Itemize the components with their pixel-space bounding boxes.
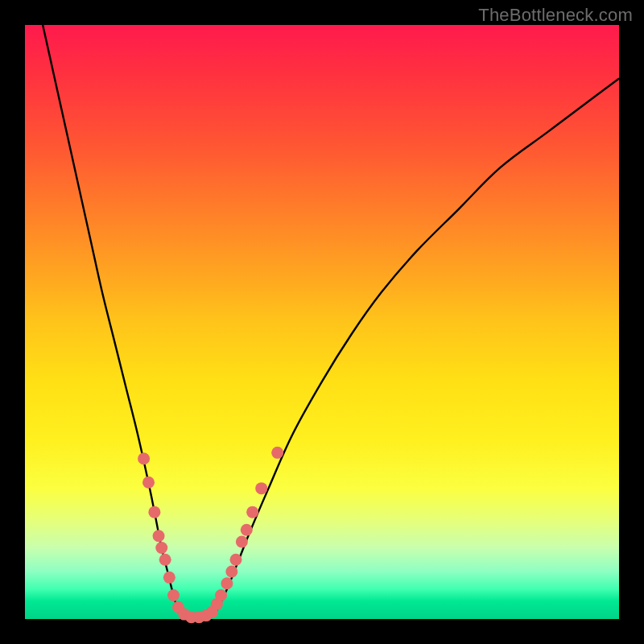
data-point-marker [138, 452, 150, 464]
data-point-marker [246, 506, 258, 518]
data-point-marker [163, 572, 175, 584]
data-point-marker [159, 554, 171, 566]
data-point-marker [155, 542, 167, 554]
data-point-marker [229, 554, 242, 566]
data-point-marker [167, 589, 180, 601]
data-point-marker [215, 589, 227, 601]
curve-group [43, 25, 619, 618]
data-point-marker [241, 524, 253, 536]
data-point-marker [153, 530, 165, 542]
data-point-marker [236, 536, 248, 548]
data-point-marker [271, 447, 283, 459]
data-point-marker [148, 506, 160, 518]
chart-frame: TheBottleneck.com [0, 0, 644, 644]
data-point-marker [142, 477, 155, 489]
bottleneck-curve [43, 25, 619, 618]
data-point-marker [225, 565, 237, 577]
data-point-marker [255, 482, 267, 494]
data-point-marker [221, 577, 233, 589]
chart-svg [25, 25, 619, 619]
watermark-text: TheBottleneck.com [478, 5, 633, 26]
marker-group [138, 447, 283, 623]
